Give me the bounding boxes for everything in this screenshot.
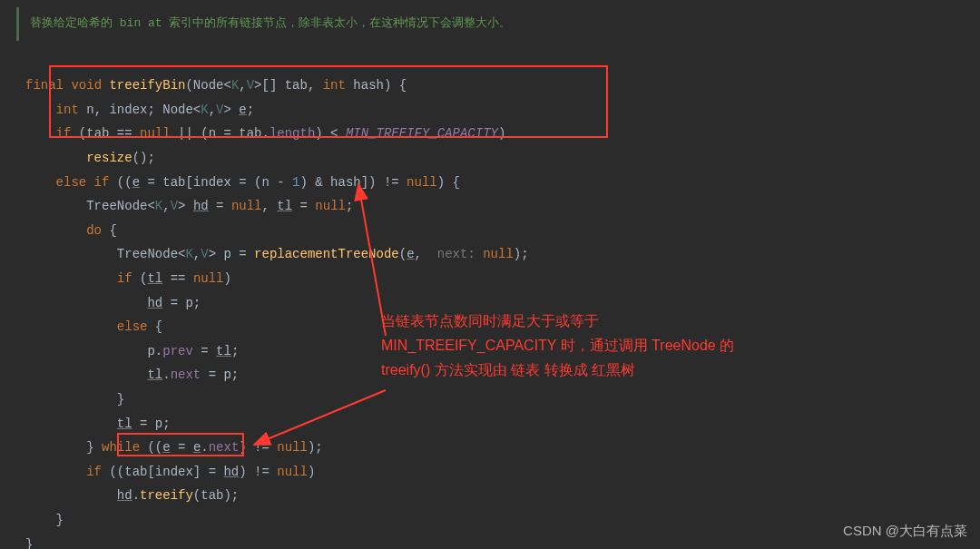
text: TreeNode< <box>117 247 186 261</box>
keyword-final: final <box>25 78 64 93</box>
paren: (Node< <box>185 78 230 93</box>
text: > p = <box>209 247 254 261</box>
param-tab: >[] tab, <box>254 78 323 93</box>
var-tl: tl <box>147 368 162 382</box>
keyword-void: void <box>71 78 102 93</box>
text: = <box>171 440 193 455</box>
text: (tab == <box>71 126 140 141</box>
doc-comment: 替换给定哈希的 bin at 索引中的所有链接节点，除非表太小，在这种情况下会调… <box>16 7 964 41</box>
text: (( <box>140 440 162 455</box>
text: (); <box>132 151 155 165</box>
watermark: CSDN @大白有点菜 <box>843 518 967 544</box>
annotation-text: 当链表节点数同时满足大于或等于 MIN_TREEIFY_CAPACITY 时，通… <box>381 309 962 383</box>
field-length: length <box>270 126 315 141</box>
text: ; <box>231 344 239 358</box>
brace: } <box>25 537 33 549</box>
keyword-do: do <box>86 223 102 238</box>
method: replacementTreeNode <box>254 247 399 261</box>
text: ( <box>399 247 407 261</box>
text: ; <box>346 199 353 213</box>
var-hd: hd <box>193 199 209 213</box>
var-e: e <box>239 103 246 117</box>
text: . <box>201 440 208 455</box>
text: = <box>292 199 315 213</box>
generic-v: V <box>171 199 178 213</box>
null: null <box>140 126 171 141</box>
var-hd: hd <box>223 465 239 479</box>
text: ) < <box>315 126 346 141</box>
null: null <box>315 199 346 213</box>
text: = p; <box>162 296 201 310</box>
brace: } <box>56 513 64 527</box>
comma: , <box>209 103 216 117</box>
keyword-int: int <box>56 103 79 117</box>
text: . <box>162 368 170 382</box>
watermark-text: CSDN @大白有点菜 <box>843 523 967 538</box>
var-e: e <box>162 440 170 455</box>
text: , <box>262 199 278 213</box>
keyword-while: while <box>102 440 140 455</box>
var-hd: hd <box>117 488 132 503</box>
text: } <box>86 440 102 455</box>
text: n, index; Node< <box>79 103 201 117</box>
text: ) { <box>437 175 460 190</box>
text: (( <box>109 175 132 190</box>
text: = p; <box>132 417 171 431</box>
null: null <box>231 199 262 213</box>
keyword-else: else <box>117 319 148 334</box>
text: ); <box>514 247 529 261</box>
var-tl: tl <box>147 271 162 286</box>
var-tl: tl <box>277 199 292 213</box>
text: = tab[index = (n - <box>140 175 292 190</box>
var-tl: tl <box>117 417 132 431</box>
text: ((tab[index] = <box>102 465 223 479</box>
comma: , <box>193 247 201 261</box>
null: null <box>277 465 308 479</box>
var-hd: hd <box>147 296 162 310</box>
param-hint: next: <box>429 247 483 261</box>
keyword-int: int <box>323 78 346 93</box>
keyword-if: if <box>86 465 102 479</box>
text: p. <box>147 344 162 358</box>
semi: ; <box>247 103 254 117</box>
generic-k: K <box>201 103 208 117</box>
text: || (n = tab. <box>171 126 270 141</box>
text: , <box>415 247 430 261</box>
param-hash: hash) { <box>346 78 407 93</box>
text: > <box>223 103 239 117</box>
brace: } <box>117 392 124 407</box>
null: null <box>193 271 224 286</box>
text: = <box>209 199 231 213</box>
text: ( <box>132 271 148 286</box>
null: null <box>483 247 514 261</box>
comma: , <box>162 199 170 213</box>
method-treeify: treeify <box>140 488 193 503</box>
text: { <box>102 223 117 238</box>
field-next: next <box>171 368 201 382</box>
null: null <box>407 175 437 190</box>
field-prev: prev <box>162 344 193 358</box>
generic-k: K <box>185 247 192 261</box>
text: (tab); <box>193 488 239 503</box>
text: ) <box>223 271 230 286</box>
var-e: e <box>407 247 414 261</box>
generic-v: V <box>247 78 254 93</box>
text: ); <box>308 440 323 455</box>
text: ) != <box>239 465 277 479</box>
text: { <box>147 319 162 334</box>
var-tl: tl <box>216 344 231 358</box>
generic-k: K <box>155 199 162 213</box>
text: = <box>193 344 216 358</box>
text: == <box>162 271 193 286</box>
method-name: treeifyBin <box>109 78 185 93</box>
comma: , <box>239 78 246 93</box>
text: ) <box>498 126 505 141</box>
text: ) & hash]) != <box>299 175 407 190</box>
annotation-line3: treeify() 方法实现由 链表 转换成 红黑树 <box>381 358 962 382</box>
const: MIN_TREEIFY_CAPACITY <box>346 126 498 141</box>
text: TreeNode< <box>86 199 155 213</box>
method-resize: resize <box>86 151 132 165</box>
var-e: e <box>132 175 140 190</box>
comment-text: 替换给定哈希的 bin at 索引中的所有链接节点，除非表太小，在这种情况下会调… <box>30 16 511 30</box>
text: ) <box>308 465 315 479</box>
